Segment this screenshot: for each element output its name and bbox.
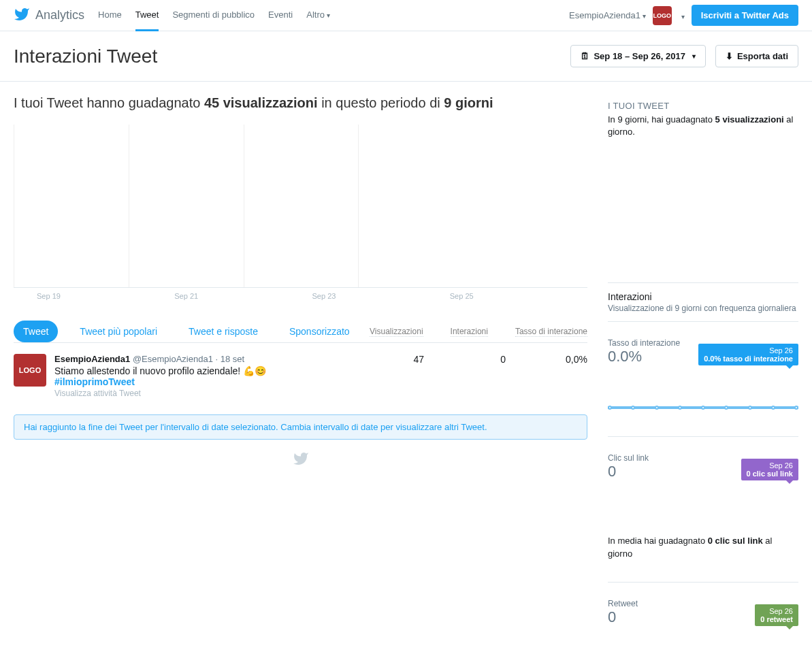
rate-sparkline [608,406,798,409]
rate-tooltip: Sep 26 0.0% tasso di interazione [698,344,798,365]
col-views: Visualizzazioni [370,327,423,337]
page-title: Interazioni Tweet [14,46,157,67]
tab-promoted[interactable]: Sponsorizzato [280,321,359,342]
link-media-summary: In media hai guadagnato 0 clic sul link … [608,535,798,559]
tweet-meta: EsempioAzienda1 @EsempioAzienda1 · 18 se… [54,354,383,364]
tweet-avatar: LOGO [14,354,46,387]
side-interactions-title: Interazioni [608,291,798,302]
nav-tweet[interactable]: Tweet [135,0,159,31]
side-tweets-title: I TUOI TWEET [608,101,798,111]
twitter-ads-button[interactable]: Iscriviti a Twitter Ads [692,5,798,26]
tweet-activity-link[interactable]: Visualizza attività Tweet [54,389,383,398]
export-button[interactable]: ⬇ Esporta dati [715,45,798,67]
nav-more[interactable]: Altro [306,0,330,31]
side-interactions-desc: Visualizzazione di 9 giorni con frequenz… [608,304,798,313]
page-header: Interazioni Tweet 🗓 Sep 18 – Sep 26, 201… [0,31,812,82]
col-rate: Tasso di interazione [515,327,587,337]
account-switcher-icon[interactable] [679,10,685,21]
nav: Home Tweet Segmenti di pubblico Eventi A… [98,0,330,31]
stat-interactions: 0 [465,354,506,365]
nav-events[interactable]: Eventi [268,0,293,31]
side-tweets-summary: In 9 giorni, hai guadagnato 5 visualizza… [608,114,798,138]
date-range-text: Sep 18 – Sep 26, 2017 [594,51,685,61]
chart-x-labels: Sep 19 Sep 21 Sep 23 Sep 25 [14,292,587,300]
link-tooltip: Sep 26 0 clic sul link [741,459,798,480]
stat-rate: 0,0% [547,354,587,365]
col-interactions: Interazioni [451,327,488,337]
tab-top[interactable]: Tweet più popolari [70,321,167,342]
download-icon: ⬇ [726,51,733,61]
end-of-tweets-notice: Hai raggiunto la fine dei Tweet per l'in… [14,414,587,440]
analytics-label: Analytics [35,8,84,22]
impressions-chart [14,125,587,288]
twitter-icon [14,6,30,24]
nav-home[interactable]: Home [98,0,122,31]
export-label: Esporta dati [737,51,788,61]
tweet-stats: 47 0 0,0% [383,354,587,365]
account-logo: LOGO [653,6,672,25]
stat-views: 47 [383,354,424,365]
top-nav: Analytics Home Tweet Segmenti di pubblic… [0,0,812,31]
hashtag[interactable]: #ilmioprimoTweet [54,376,135,387]
retweet-tooltip: Sep 26 0 retweet [755,604,798,626]
nav-audience[interactable]: Segmenti di pubblico [172,0,255,31]
calendar-icon: 🗓 [581,51,589,61]
tab-replies[interactable]: Tweet e risposte [179,321,267,342]
tweet-text: Stiamo allestendo il nuovo profilo azien… [54,365,383,387]
date-range-button[interactable]: 🗓 Sep 18 – Sep 26, 2017 [570,45,705,67]
summary-line: I tuoi Tweet hanno guadagnato 45 visuali… [14,95,587,111]
tab-tweet[interactable]: Tweet [14,321,58,342]
twitter-footer-icon [14,451,587,469]
tweet-tabs-row: Tweet Tweet più popolari Tweet e rispost… [14,321,587,343]
account-dropdown[interactable]: EsempioAzienda1 [569,10,646,20]
tweet-row[interactable]: LOGO EsempioAzienda1 @EsempioAzienda1 · … [14,343,587,409]
